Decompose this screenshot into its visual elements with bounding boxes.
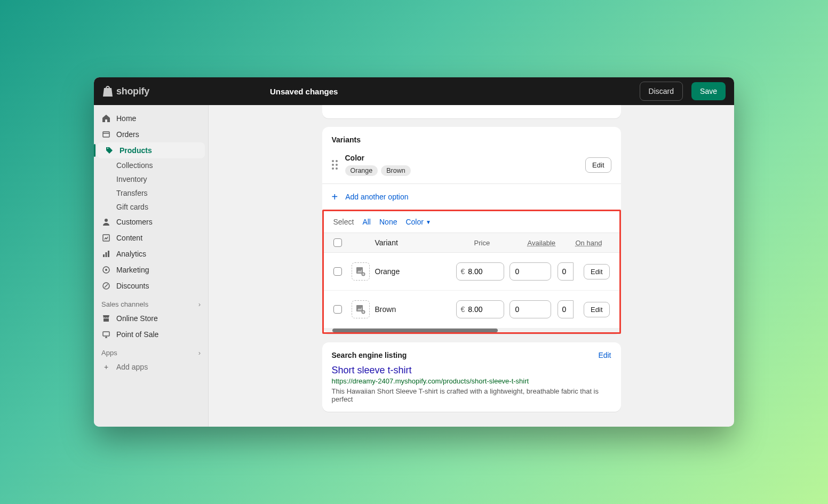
col-price: Price <box>474 239 528 247</box>
variant-row: Orange € Edit <box>324 253 619 291</box>
nav-collections[interactable]: Collections <box>94 158 208 172</box>
svg-rect-3 <box>103 254 105 257</box>
svg-rect-9 <box>103 332 109 336</box>
topbar: shopify Unsaved changes Discard Save <box>94 77 734 105</box>
variants-heading: Variants <box>322 127 621 150</box>
content-area: Variants Color Orange Brown Edit <box>209 105 734 427</box>
svg-rect-10 <box>356 267 363 274</box>
app-window: shopify Unsaved changes Discard Save Hom… <box>94 77 734 427</box>
variant-row: Brown € Edit <box>324 291 619 329</box>
on-hand-input[interactable] <box>558 262 574 281</box>
select-all-link[interactable]: All <box>362 218 371 226</box>
edit-option-button[interactable]: Edit <box>585 157 611 173</box>
svg-rect-0 <box>103 132 109 137</box>
nav-customers[interactable]: Customers <box>94 214 208 230</box>
add-option-button[interactable]: + Add another option <box>322 184 621 210</box>
drag-handle-icon[interactable] <box>332 160 338 170</box>
save-button[interactable]: Save <box>691 82 726 100</box>
marketing-icon <box>101 265 111 275</box>
main-area: Home Orders Products Collections Invento… <box>94 105 734 427</box>
horizontal-scrollbar[interactable] <box>324 329 619 332</box>
seo-edit-link[interactable]: Edit <box>598 351 611 359</box>
orders-icon <box>101 130 111 139</box>
shopify-bag-icon <box>102 85 113 97</box>
select-color-dropdown[interactable]: Color ▼ <box>405 218 431 226</box>
col-on-hand: On hand <box>576 239 610 247</box>
nav-discounts[interactable]: Discounts <box>94 278 208 294</box>
image-add-icon <box>356 305 365 314</box>
option-value-pill: Brown <box>381 165 410 176</box>
price-input[interactable]: € <box>456 300 504 318</box>
apps-header: Apps › <box>94 342 208 359</box>
customers-icon <box>101 217 111 227</box>
nav-online-store[interactable]: Online Store <box>94 310 208 326</box>
analytics-icon <box>101 249 111 259</box>
pos-icon <box>101 330 111 339</box>
seo-preview-title: Short sleeve t-shirt <box>332 365 611 376</box>
plus-icon: + <box>332 191 338 202</box>
variant-image-placeholder[interactable] <box>352 300 370 318</box>
available-input[interactable] <box>509 262 551 281</box>
select-all-checkbox[interactable] <box>333 238 342 247</box>
svg-rect-5 <box>108 251 109 257</box>
image-add-icon <box>356 267 365 276</box>
brand-logo[interactable]: shopify <box>102 85 149 97</box>
seo-card: Search engine listing Edit Short sleeve … <box>322 342 621 412</box>
variant-checkbox[interactable] <box>333 305 342 314</box>
nav-inventory[interactable]: Inventory <box>94 172 208 186</box>
sidebar: Home Orders Products Collections Invento… <box>94 105 209 427</box>
option-row: Color Orange Brown Edit <box>322 150 621 183</box>
svg-point-7 <box>105 269 107 271</box>
svg-rect-12 <box>356 305 363 311</box>
select-label: Select <box>333 218 354 226</box>
variant-image-placeholder[interactable] <box>352 262 370 281</box>
currency-symbol: € <box>461 267 465 276</box>
scrollbar-thumb[interactable] <box>332 329 498 332</box>
nav-analytics[interactable]: Analytics <box>94 246 208 262</box>
variants-table-header: Variant Price Available On hand <box>324 233 619 253</box>
option-value-pill: Orange <box>345 165 378 176</box>
variants-table-section: Select All None Color ▼ Variant <box>322 210 621 334</box>
nav-transfers[interactable]: Transfers <box>94 186 208 200</box>
available-input[interactable] <box>509 300 551 318</box>
nav-products[interactable]: Products <box>97 142 205 158</box>
nav-giftcards[interactable]: Gift cards <box>94 200 208 214</box>
previous-card-stub <box>322 105 621 118</box>
nav-home[interactable]: Home <box>94 110 208 126</box>
seo-preview-url: https://dreamy-2407.myshopify.com/produc… <box>332 377 611 385</box>
edit-variant-button[interactable]: Edit <box>584 302 609 317</box>
option-info: Color Orange Brown <box>345 154 578 176</box>
seo-heading: Search engine listing <box>332 351 407 359</box>
price-field[interactable] <box>468 305 495 314</box>
variant-name: Brown <box>375 305 456 314</box>
discard-button[interactable]: Discard <box>640 82 683 101</box>
sales-channels-header: Sales channels › <box>94 294 208 310</box>
price-input[interactable]: € <box>456 262 504 281</box>
nav-content[interactable]: Content <box>94 230 208 246</box>
svg-point-1 <box>105 219 108 222</box>
brand-text: shopify <box>116 86 149 97</box>
discounts-icon <box>101 281 111 291</box>
option-name: Color <box>345 154 578 162</box>
chevron-right-icon[interactable]: › <box>198 300 201 308</box>
nav-pos[interactable]: Point of Sale <box>94 326 208 342</box>
nav-orders[interactable]: Orders <box>94 126 208 142</box>
variant-name: Orange <box>375 267 456 276</box>
nav-marketing[interactable]: Marketing <box>94 262 208 278</box>
edit-variant-button[interactable]: Edit <box>584 264 609 279</box>
nav-add-apps[interactable]: + Add apps <box>94 359 208 375</box>
variant-checkbox[interactable] <box>333 267 342 276</box>
col-variant: Variant <box>375 238 474 247</box>
variants-card: Variants Color Orange Brown Edit <box>322 127 621 334</box>
price-field[interactable] <box>468 267 495 276</box>
col-available: Available <box>528 239 576 247</box>
on-hand-input[interactable] <box>558 300 574 318</box>
select-row: Select All None Color ▼ <box>324 211 619 233</box>
home-icon <box>101 114 111 123</box>
caret-down-icon: ▼ <box>426 219 431 225</box>
chevron-right-icon[interactable]: › <box>198 349 201 357</box>
currency-symbol: € <box>461 305 465 314</box>
select-none-link[interactable]: None <box>379 218 397 226</box>
seo-preview-description: This Hawaiian Short Sleeve T-shirt is cr… <box>332 387 611 403</box>
unsaved-changes-label: Unsaved changes <box>270 87 631 96</box>
